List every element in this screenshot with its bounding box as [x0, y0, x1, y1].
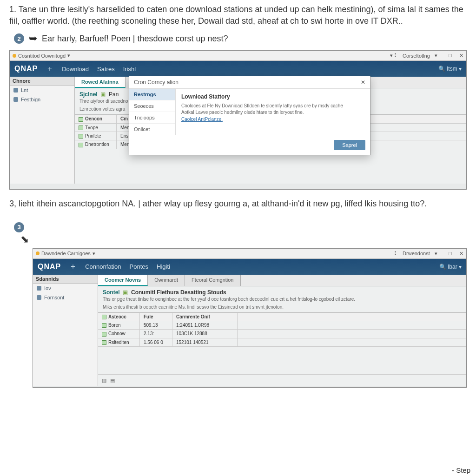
nav-pontes[interactable]: Pontes [130, 263, 148, 270]
sidebar-head: Sdannids [33, 275, 98, 284]
dlg-line1: Cnoloces at Fle Ny Downioad Stldoen te s… [181, 103, 364, 109]
plus-icon[interactable]: ＋ [69, 262, 77, 271]
step3-row: 3 [0, 214, 476, 235]
titlebar-left: Dawndede Carnigoes [41, 251, 91, 256]
dlg-nav-onllcet[interactable]: Onllcet [129, 124, 175, 135]
table-row[interactable]: Rsitediten1.56 06 0152101 140521 [98, 338, 466, 347]
titlebar-right: Corseltotlng [403, 53, 430, 59]
row-icon [79, 134, 83, 139]
folder-icon [13, 97, 18, 102]
row-icon [102, 332, 106, 337]
folder-icon [37, 286, 41, 291]
brandbar-1: QNAP ＋ Download Satres Irishl 🔍 Itsm ▾ [10, 61, 466, 77]
tab-ownmardt[interactable]: Ownmardt [148, 275, 185, 286]
footer-step: - Step [452, 466, 470, 474]
para-1: 1. Tane un thre lesitly's harselided to … [0, 0, 476, 31]
statusbar-icon: ▤ [110, 377, 115, 383]
dlg-line2: Aotkal Lavve paeolc hedmilny olsde htare… [181, 109, 364, 116]
dlg-heading: Lownioad Stattory [181, 93, 364, 100]
sidebar-2: Sdannids Iov Fornsont [33, 275, 98, 386]
close-icon[interactable]: ✕ [459, 53, 463, 59]
nav-satres[interactable]: Satres [97, 66, 115, 73]
panel-sub1: Ths or pge theut tinlse fe oenginbec at … [98, 297, 466, 304]
row-icon [102, 340, 106, 345]
main-panel-2: Coomer Novns Ownmardt Fteoral Comgntion … [98, 275, 466, 386]
sidebar-item-lnt[interactable]: Lnt [10, 86, 74, 95]
titlebar-2: Dawndede Carnigoes ▾ ⠇ Drwendonst ▾ – □ … [33, 249, 466, 259]
folder-icon [13, 88, 18, 93]
screenshot-window-1: Cosntitod Oownitogd ▾ ▾ ⠇ Corseltotlng ▾… [9, 50, 467, 190]
nav-download[interactable]: Download [62, 66, 89, 73]
arrow-icon: ➥ [29, 33, 37, 45]
titlebar-1: Cosntitod Oownitogd ▾ ▾ ⠇ Corseltotlng ▾… [10, 51, 466, 61]
row-icon [102, 323, 106, 328]
save-button[interactable]: Saprel [334, 140, 365, 150]
status-dot-icon [36, 251, 40, 255]
brand-logo: QNAP [38, 263, 61, 271]
step3-badge: 3 [14, 222, 24, 232]
titlebar-left: Cosntitod Oownitogd [18, 53, 66, 59]
screenshot-window-2: Dawndede Carnigoes ▾ ⠇ Drwendonst ▾ – □ … [33, 248, 467, 388]
col-a: Asteocc [98, 313, 140, 321]
nav-connon[interactable]: Connonfation [85, 263, 121, 270]
step2-badge: 2 [14, 33, 24, 44]
arrow-icon: ⬊ [0, 233, 476, 245]
row-icon [79, 143, 83, 147]
sidebar-item-fornsont[interactable]: Fornsont [33, 293, 98, 302]
row-icon [79, 126, 83, 130]
status-dot-icon [13, 54, 16, 58]
panel-sub2: Miks entes ilhesti b oopcth caeniitne Ms… [98, 304, 466, 312]
col-c: Carmrente Onif [172, 313, 238, 321]
titlebar-right: Drwendonst [403, 251, 430, 256]
step2-text: Ear harly, Barfuef! Poen | thesdowe cors… [42, 34, 228, 44]
search-label[interactable]: 🔍 Itsm ▾ [438, 66, 462, 72]
brandbar-2: QNAP ＋ Connonfation Pontes Higiti 🔍 Ibar… [33, 259, 466, 275]
settings-dialog: Cron Corncy alion ✕ Restrngs Seoeces Tnc… [129, 76, 370, 155]
tab-rowed[interactable]: Rowed Afatnna [75, 77, 126, 88]
dlg-link[interactable]: Caolcel AntPclanze. [181, 117, 223, 122]
sidebar-item-festbign[interactable]: Festbign [10, 95, 74, 104]
dialog-title: Cron Corncy alion [134, 79, 178, 86]
sidebar-head: Chnore [10, 77, 74, 86]
grid-2: Asteocc Fule Carmrente Onif Boren509.131… [98, 312, 466, 347]
search-label[interactable]: 🔍 Ibar ▾ [439, 264, 462, 270]
check-icon [102, 315, 106, 319]
statusbar-icon: ▥ [102, 377, 106, 383]
folder-icon [37, 295, 41, 300]
nav-higiri[interactable]: Higiti [157, 263, 170, 270]
close-icon[interactable]: ✕ [459, 251, 463, 257]
col-b: Fule [140, 313, 172, 321]
table-row[interactable]: Cohnow2.13:103C1K 12888 [98, 330, 466, 338]
para-3: 3, lieht ithein ascanctopgotion NA. | at… [0, 194, 476, 213]
step2-row: 2 ➥ Ear harly, Barfuef! Poen | thesdowe … [0, 31, 476, 47]
nav-irishl[interactable]: Irishl [123, 66, 136, 73]
plus-icon[interactable]: ＋ [46, 64, 53, 74]
dlg-nav-restrngs[interactable]: Restrngs [129, 89, 175, 100]
brand-logo: QNAP [14, 65, 38, 73]
table-row[interactable]: Boren509.131:24091 1.0R98 [98, 321, 466, 330]
col-a: Oencon [75, 115, 117, 123]
sidebar-1: Chnore Lnt Festbign [10, 77, 75, 184]
dlg-nav-tncioops[interactable]: Tncioops [129, 112, 175, 124]
tab-coomer[interactable]: Coomer Novns [98, 275, 148, 286]
tab-fteoral[interactable]: Fteoral Comgntion [185, 275, 241, 286]
panel-head-2: Sontel ▣ Conumitl Flethura Desatting Sto… [98, 286, 466, 297]
check-icon [79, 117, 83, 122]
status-bar: ▥ ▤ [98, 374, 466, 386]
dlg-nav-seoeces[interactable]: Seoeces [129, 100, 175, 112]
sidebar-item-iov[interactable]: Iov [33, 284, 98, 293]
dialog-close-icon[interactable]: ✕ [361, 79, 365, 86]
